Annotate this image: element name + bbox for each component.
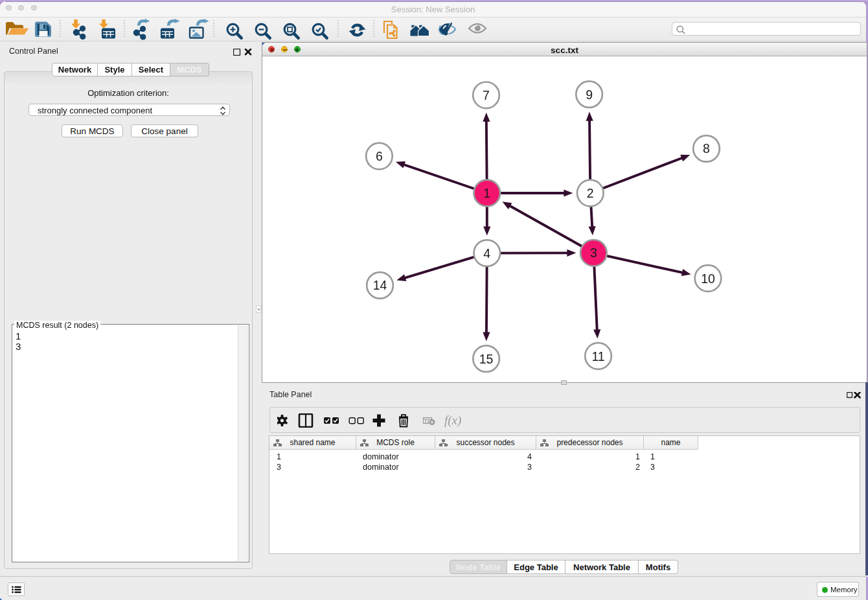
svg-text:1: 1 <box>483 186 490 200</box>
svg-text:4: 4 <box>483 246 490 260</box>
svg-text:14: 14 <box>373 278 387 292</box>
svg-text:10: 10 <box>701 271 715 286</box>
svg-text:11: 11 <box>591 349 604 363</box>
svg-text:6: 6 <box>376 149 383 163</box>
svg-text:15: 15 <box>479 352 494 366</box>
svg-text:2: 2 <box>587 186 594 200</box>
svg-text:9: 9 <box>586 87 593 102</box>
svg-text:f(x): f(x) <box>444 413 461 428</box>
svg-text:8: 8 <box>703 141 710 156</box>
svg-text:3: 3 <box>590 246 597 260</box>
svg-text:7: 7 <box>483 88 490 102</box>
